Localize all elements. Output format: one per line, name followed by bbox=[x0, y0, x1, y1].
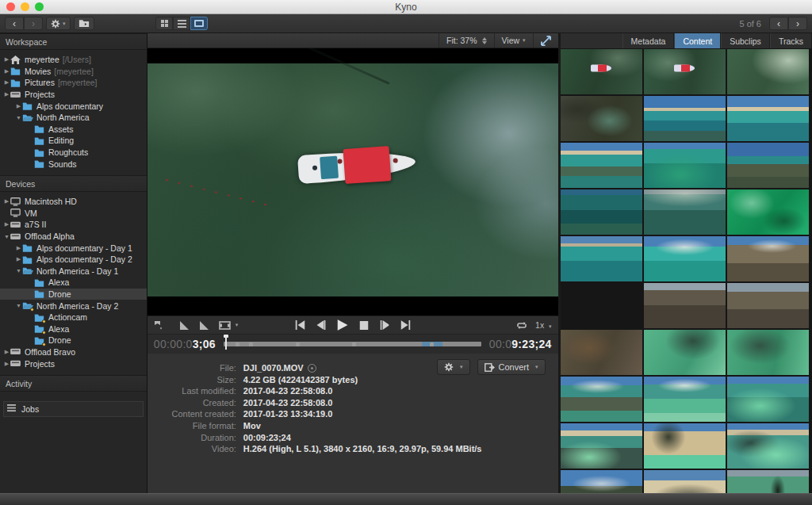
set-in-point-button[interactable] bbox=[179, 321, 189, 330]
playhead[interactable] bbox=[225, 336, 227, 350]
content-thumbnail[interactable] bbox=[644, 96, 726, 141]
disclosure-arrow-icon[interactable]: ▶ bbox=[15, 245, 22, 251]
grid-view-button[interactable] bbox=[155, 17, 173, 30]
content-thumbnail[interactable] bbox=[644, 470, 726, 493]
disclosure-arrow-icon[interactable]: ▶ bbox=[15, 256, 22, 262]
content-thumbnail[interactable] bbox=[561, 283, 642, 328]
content-thumbnail[interactable] bbox=[727, 96, 809, 141]
sidebar-item-a7s-ii[interactable]: ▶a7S II bbox=[0, 219, 147, 231]
sidebar-item-pictures[interactable]: ▶Pictures[meyertee] bbox=[0, 77, 147, 89]
file-gear-button[interactable]: ▾ bbox=[437, 359, 470, 375]
previous-clip-button[interactable]: ‹ bbox=[769, 17, 788, 30]
fullscreen-button[interactable] bbox=[533, 33, 558, 48]
section-header[interactable]: Workspace bbox=[0, 33, 147, 50]
sidebar-item-actioncam[interactable]: Actioncam bbox=[0, 312, 147, 323]
sidebar-item-north-america-day-2[interactable]: ▼North America - Day 2 bbox=[0, 300, 147, 312]
content-thumbnail[interactable] bbox=[561, 49, 642, 94]
disclosure-arrow-icon[interactable]: ▶ bbox=[3, 221, 10, 228]
subclip-tool-button[interactable]: ▾ bbox=[219, 321, 239, 330]
sidebar-item-jobs[interactable]: Jobs bbox=[3, 401, 144, 417]
section-header[interactable]: Devices bbox=[0, 175, 147, 192]
disclosure-arrow-icon[interactable]: ▼ bbox=[15, 268, 22, 274]
sidebar-item-offload-bravo[interactable]: ▶Offload Bravo bbox=[0, 346, 147, 358]
content-thumbnail[interactable] bbox=[561, 143, 642, 188]
content-thumbnail[interactable] bbox=[727, 189, 809, 235]
go-to-start-button[interactable] bbox=[295, 320, 304, 330]
view-menu-button[interactable]: View ▾ bbox=[494, 33, 533, 48]
sidebar-item-alps-documentary[interactable]: ▶Alps documentary bbox=[0, 100, 147, 112]
content-thumbnail[interactable] bbox=[644, 189, 726, 235]
timeline-marker[interactable] bbox=[430, 342, 434, 346]
sidebar-item-north-america[interactable]: ▼North America bbox=[0, 112, 147, 124]
content-thumbnail[interactable] bbox=[644, 283, 726, 328]
sidebar-item-north-america-day-1[interactable]: ▼North America - Day 1 bbox=[0, 266, 147, 277]
content-thumbnail[interactable] bbox=[727, 143, 809, 188]
playback-speed-button[interactable]: 1x ▾ bbox=[535, 320, 552, 330]
timeline-marker[interactable] bbox=[236, 342, 239, 346]
play-button[interactable] bbox=[337, 319, 347, 331]
add-marker-button[interactable] bbox=[154, 320, 163, 330]
scrubber[interactable] bbox=[224, 335, 481, 354]
content-thumbnail[interactable] bbox=[644, 143, 726, 188]
content-thumbnail[interactable] bbox=[727, 423, 809, 469]
content-thumbnail[interactable] bbox=[561, 470, 642, 493]
content-thumbnail[interactable] bbox=[561, 330, 642, 375]
content-thumbnail[interactable] bbox=[561, 236, 642, 281]
content-thumbnail[interactable] bbox=[644, 49, 726, 94]
sidebar-item-editing[interactable]: Editing bbox=[0, 135, 147, 147]
sidebar-item-roughcuts[interactable]: Roughcuts bbox=[0, 147, 147, 159]
preview-view-button[interactable] bbox=[190, 17, 208, 30]
content-thumbnail[interactable] bbox=[644, 330, 726, 375]
content-thumbnail[interactable] bbox=[561, 377, 642, 422]
section-header[interactable]: Activity bbox=[0, 375, 147, 392]
sidebar-item-meyertee[interactable]: ▶meyertee[/Users] bbox=[0, 54, 147, 66]
set-out-point-button[interactable] bbox=[199, 321, 209, 330]
tab-content[interactable]: Content bbox=[674, 33, 721, 48]
sidebar-item-alexa[interactable]: Alexa bbox=[0, 277, 147, 289]
disclosure-arrow-icon[interactable]: ▶ bbox=[3, 68, 10, 75]
next-clip-button[interactable]: › bbox=[788, 17, 807, 30]
disclosure-arrow-icon[interactable]: ▼ bbox=[15, 303, 22, 308]
next-frame-button[interactable] bbox=[380, 320, 389, 330]
sidebar-item-sounds[interactable]: Sounds bbox=[0, 158, 147, 170]
sidebar-item-macintosh-hd[interactable]: ▶Macintosh HD bbox=[0, 196, 147, 208]
sidebar-item-alps-documentary-day-2[interactable]: ▶Alps documentary - Day 2 bbox=[0, 254, 147, 266]
timeline-marker[interactable] bbox=[249, 342, 253, 346]
back-button[interactable]: ‹ bbox=[5, 17, 24, 30]
disclosure-arrow-icon[interactable]: ▼ bbox=[15, 115, 22, 121]
tab-subclips[interactable]: Subclips bbox=[721, 33, 770, 48]
sidebar-item-projects[interactable]: ▶Projects bbox=[0, 358, 147, 369]
content-thumbnail[interactable] bbox=[644, 236, 726, 281]
video-viewer[interactable] bbox=[147, 48, 558, 316]
disclosure-arrow-icon[interactable]: ▶ bbox=[3, 198, 10, 205]
sidebar-item-offload-alpha[interactable]: ▼Offload Alpha bbox=[0, 231, 147, 243]
content-thumbnail[interactable] bbox=[727, 377, 809, 422]
sidebar-item-assets[interactable]: Assets bbox=[0, 124, 147, 136]
locate-file-icon[interactable] bbox=[308, 364, 316, 373]
disclosure-arrow-icon[interactable]: ▶ bbox=[3, 361, 10, 367]
content-thumbnail[interactable] bbox=[727, 236, 809, 281]
convert-button[interactable]: Convert ▾ bbox=[477, 359, 546, 375]
disclosure-arrow-icon[interactable]: ▶ bbox=[3, 349, 10, 355]
content-thumbnail[interactable] bbox=[727, 49, 809, 94]
disclosure-arrow-icon[interactable]: ▶ bbox=[3, 79, 10, 86]
disclosure-arrow-icon[interactable]: ▶ bbox=[3, 56, 10, 63]
disclosure-arrow-icon[interactable]: ▶ bbox=[3, 91, 10, 98]
stop-button[interactable] bbox=[359, 321, 368, 330]
content-thumbnail[interactable] bbox=[727, 330, 809, 375]
content-thumbnail[interactable] bbox=[644, 377, 726, 422]
content-thumbnail[interactable] bbox=[561, 423, 642, 469]
sidebar-item-movies[interactable]: ▶Movies[meyertee] bbox=[0, 66, 147, 78]
forward-button[interactable]: › bbox=[24, 17, 43, 30]
disclosure-arrow-icon[interactable]: ▼ bbox=[3, 234, 10, 239]
sidebar-item-drone[interactable]: Drone bbox=[0, 335, 147, 346]
sidebar-item-vm[interactable]: VM bbox=[0, 208, 147, 220]
content-thumbnail[interactable] bbox=[561, 96, 642, 141]
zoom-fit-control[interactable]: Fit: 37% bbox=[439, 33, 494, 48]
content-thumbnail[interactable] bbox=[727, 283, 809, 328]
actions-gear-button[interactable]: ▾ bbox=[46, 17, 71, 30]
previous-frame-button[interactable] bbox=[316, 320, 325, 330]
sidebar-item-alps-documentary-day-1[interactable]: ▶Alps documentary - Day 1 bbox=[0, 242, 147, 254]
timeline-marker[interactable] bbox=[352, 342, 356, 346]
content-thumbnail[interactable] bbox=[727, 470, 809, 493]
